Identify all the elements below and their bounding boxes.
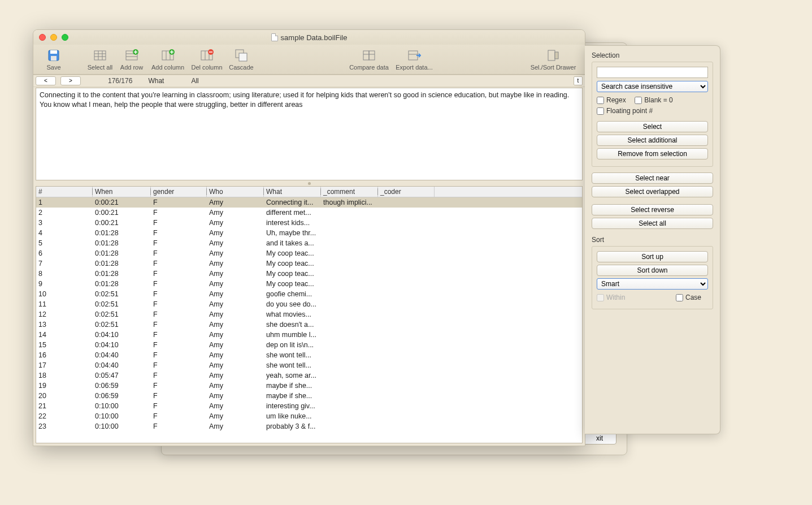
- main-window: sample Data.boilFile Save Select all Add…: [33, 29, 585, 446]
- table-row[interactable]: 50:01:28FAmy and it takes a...: [36, 238, 582, 248]
- col-header-who[interactable]: Who: [207, 187, 264, 197]
- selection-header: Selection: [592, 51, 713, 59]
- record-count: 176/176: [108, 77, 132, 85]
- close-icon[interactable]: [39, 34, 46, 41]
- svg-rect-28: [555, 52, 558, 59]
- maximize-icon[interactable]: [62, 34, 68, 41]
- regex-checkbox[interactable]: [597, 97, 604, 104]
- drawer-toggle-button[interactable]: Sel./Sort Drawer: [526, 48, 580, 71]
- select-all-drawer-button[interactable]: Select all: [592, 218, 713, 229]
- remove-selection-button[interactable]: Remove from selection: [597, 148, 708, 159]
- sort-up-button[interactable]: Sort up: [597, 251, 708, 262]
- table-row[interactable]: 150:04:10FAmydep on lit is\n...: [36, 340, 582, 350]
- svg-rect-27: [548, 50, 555, 61]
- svg-rect-3: [94, 51, 106, 60]
- table-row[interactable]: 60:01:28FAmyMy coop teac...: [36, 248, 582, 258]
- add-row-button[interactable]: Add row: [116, 48, 147, 71]
- float-checkbox[interactable]: [597, 107, 604, 115]
- toolbar: Save Select all Add row Add column Del c…: [33, 45, 585, 75]
- table-row[interactable]: 180:05:47FAmyyeah, some ar...: [36, 370, 582, 381]
- table-row[interactable]: 70:01:28FAmyMy coop teac...: [36, 258, 582, 269]
- detail-text-area[interactable]: Connecting it to the content that you're…: [36, 88, 583, 180]
- select-all-button[interactable]: Select all: [84, 48, 116, 71]
- table-row[interactable]: 10:00:21FAmyConnecting it...though impli…: [36, 197, 582, 208]
- sort-down-button[interactable]: Sort down: [597, 265, 708, 276]
- col-header-comment[interactable]: _comment: [321, 187, 378, 197]
- table-row[interactable]: 230:10:00FAmyprobably 3 & f...: [36, 421, 582, 431]
- svg-rect-2: [51, 56, 57, 61]
- del-column-button[interactable]: Del column: [188, 48, 225, 71]
- col-header-coder[interactable]: _coder: [378, 187, 435, 197]
- next-button[interactable]: >: [60, 76, 81, 85]
- splitter-handle[interactable]: [33, 180, 585, 186]
- search-navigation-bar: < > 176/176 What All t: [33, 75, 585, 87]
- t-button[interactable]: t: [574, 76, 583, 85]
- sort-mode-select[interactable]: Smart: [597, 278, 708, 290]
- table-row[interactable]: 210:10:00FAmyinteresting giv...: [36, 401, 582, 411]
- document-icon: [271, 33, 278, 41]
- col-header-when[interactable]: When: [93, 187, 151, 197]
- select-button[interactable]: Select: [597, 121, 708, 132]
- window-title: sample Data.boilFile: [281, 33, 348, 42]
- col-header-gender[interactable]: gender: [151, 187, 207, 197]
- selection-search-input[interactable]: [597, 67, 708, 78]
- select-overlapped-button[interactable]: Select overlapped: [592, 186, 713, 197]
- svg-rect-1: [50, 50, 57, 54]
- cascade-button[interactable]: Cascade: [225, 48, 257, 71]
- select-reverse-button[interactable]: Select reverse: [592, 204, 713, 215]
- table-row[interactable]: 130:02:51FAmyshe doesn't a...: [36, 320, 582, 330]
- table-row[interactable]: 140:04:10FAmyuhm mumble l...: [36, 330, 582, 340]
- search-field-label: What: [148, 77, 164, 85]
- case-checkbox[interactable]: [676, 294, 683, 301]
- table-row[interactable]: 170:04:40FAmyshe wont tell...: [36, 360, 582, 370]
- table-row[interactable]: 190:06:59FAmymaybe if she...: [36, 381, 582, 391]
- table-row[interactable]: 160:04:40FAmyshe wont tell...: [36, 350, 582, 360]
- table-row[interactable]: 40:01:28FAmyUh, maybe thr...: [36, 228, 582, 238]
- search-scope-label: All: [191, 77, 198, 85]
- col-header-what[interactable]: What: [264, 187, 321, 197]
- table-row[interactable]: 20:00:21FAmydifferent met...: [36, 208, 582, 218]
- table-row[interactable]: 200:06:59FAmymaybe if she...: [36, 391, 582, 401]
- sort-header: Sort: [592, 236, 713, 244]
- svg-rect-22: [363, 51, 369, 60]
- table-row[interactable]: 120:02:51FAmywhat movies...: [36, 309, 582, 320]
- search-mode-select[interactable]: Search case insensitive: [597, 81, 708, 92]
- svg-rect-23: [369, 51, 375, 60]
- blank0-checkbox[interactable]: [635, 97, 642, 104]
- table-row[interactable]: 220:10:00FAmyum like nuke...: [36, 411, 582, 421]
- table-row[interactable]: 90:01:28FAmyMy coop teac...: [36, 279, 582, 289]
- data-grid: # When gender Who What _comment _coder 1…: [36, 186, 583, 443]
- svg-rect-21: [239, 53, 247, 61]
- prev-button[interactable]: <: [36, 76, 56, 85]
- save-button[interactable]: Save: [38, 48, 70, 71]
- titlebar: sample Data.boilFile: [33, 30, 585, 45]
- col-header-num[interactable]: #: [36, 187, 93, 197]
- select-additional-button[interactable]: Select additional: [597, 135, 708, 146]
- table-row[interactable]: 100:02:51FAmy goofie chemi...: [36, 289, 582, 299]
- table-row[interactable]: 110:02:51FAmydo you see do...: [36, 299, 582, 309]
- within-checkbox: [597, 294, 604, 301]
- export-data-button[interactable]: Export data...: [392, 48, 437, 71]
- grid-header: # When gender Who What _comment _coder: [36, 187, 582, 197]
- table-row[interactable]: 80:01:28FAmyMy coop teac...: [36, 269, 582, 279]
- add-column-button[interactable]: Add column: [147, 48, 188, 71]
- table-row[interactable]: 30:00:21FAmyinterest kids...: [36, 218, 582, 228]
- compare-data-button[interactable]: Compare data: [346, 48, 392, 71]
- minimize-icon[interactable]: [50, 34, 57, 41]
- select-near-button[interactable]: Select near: [592, 172, 713, 184]
- sel-sort-drawer: Selection Search case insensitive Regex …: [585, 45, 720, 434]
- svg-rect-25: [409, 51, 418, 60]
